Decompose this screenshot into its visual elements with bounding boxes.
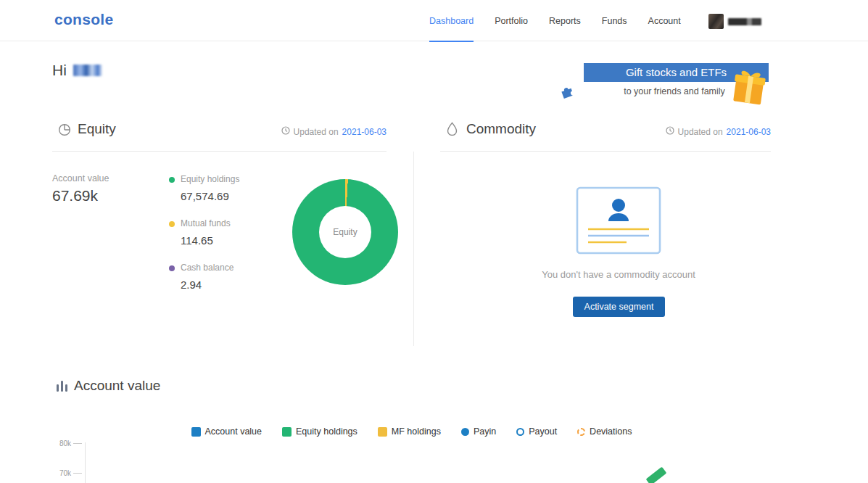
nav-dashboard[interactable]: Dashboard <box>429 0 474 42</box>
chart-legend-payout[interactable]: Payout <box>516 426 557 437</box>
commodity-updated-label: Updated on <box>678 127 723 137</box>
green-dot-icon <box>169 177 175 183</box>
activate-segment-button[interactable]: Activate segment <box>573 297 665 317</box>
chart-legend-mf-holdings[interactable]: MF holdings <box>378 426 441 437</box>
dashed-circle-icon <box>577 428 585 436</box>
outline-circle-icon <box>516 428 524 436</box>
chart-legend-account-value[interactable]: Account value <box>191 426 263 437</box>
pie-chart-icon <box>58 123 71 139</box>
commodity-updated: Updated on 2021-06-03 <box>666 126 771 137</box>
console-logo[interactable]: console <box>54 11 113 28</box>
nav-account[interactable]: Account <box>648 0 681 42</box>
id-card-illustration <box>576 186 661 257</box>
equity-updated-label: Updated on <box>294 127 339 137</box>
partial-green-chart-element <box>646 467 667 483</box>
greeting-text: Hi <box>52 62 67 79</box>
equity-divider <box>52 151 387 152</box>
account-value-label: Account value <box>52 173 109 183</box>
gift-icon <box>729 67 769 110</box>
commodity-empty-text: You don't have a commodity account <box>474 269 764 280</box>
greeting: Hi <box>52 62 102 79</box>
chart-legend: Account value Equity holdings MF holding… <box>52 426 771 437</box>
equity-updated-date[interactable]: 2021-06-03 <box>342 127 387 137</box>
commodity-updated-date[interactable]: 2021-06-03 <box>727 127 771 137</box>
puzzle-icon <box>558 83 576 104</box>
chart-legend-deviations[interactable]: Deviations <box>577 426 632 437</box>
clock-icon <box>281 126 290 137</box>
y-tick-80k: 80k <box>52 439 71 447</box>
equity-section-title: Equity <box>78 121 116 137</box>
yellow-dot-icon <box>169 221 175 227</box>
header: console Dashboard Portfolio Reports Fund… <box>0 0 868 41</box>
filled-circle-icon <box>461 428 469 436</box>
user-avatar[interactable] <box>708 14 724 29</box>
nav-portfolio[interactable]: Portfolio <box>495 0 528 42</box>
user-name-redacted[interactable] <box>728 18 761 25</box>
commodity-section-title: Commodity <box>466 121 536 137</box>
y-tick-mark <box>73 443 82 444</box>
column-divider <box>413 152 414 346</box>
legend-equity-holdings[interactable]: Equity holdings 67,574.69 <box>181 174 239 202</box>
blue-square-icon <box>191 427 201 437</box>
droplet-icon <box>447 122 458 139</box>
nav-funds[interactable]: Funds <box>602 0 627 42</box>
chart-y-axis <box>85 442 86 483</box>
y-tick-70k: 70k <box>52 469 71 477</box>
console-dashboard-page: console Dashboard Portfolio Reports Fund… <box>0 0 868 483</box>
green-square-icon <box>282 427 292 437</box>
account-value: 67.69k <box>52 187 98 205</box>
nav-reports[interactable]: Reports <box>549 0 581 42</box>
chart-legend-payin[interactable]: Payin <box>461 426 496 437</box>
equity-updated: Updated on 2021-06-03 <box>281 126 387 137</box>
greeting-name-redacted <box>73 65 102 76</box>
clock-icon <box>666 126 674 137</box>
commodity-divider <box>440 151 771 152</box>
yellow-square-icon <box>378 427 387 437</box>
donut-hole: Equity <box>319 206 371 258</box>
legend-cash-balance[interactable]: Cash balance 2.94 <box>181 263 233 291</box>
y-tick-mark <box>73 473 82 474</box>
bar-chart-icon <box>56 380 68 395</box>
equity-donut-chart[interactable]: Equity <box>292 179 398 285</box>
legend-mutual-funds[interactable]: Mutual funds 114.65 <box>181 218 231 247</box>
donut-center-label: Equity <box>333 227 357 237</box>
purple-dot-icon <box>169 265 175 271</box>
chart-legend-equity-holdings[interactable]: Equity holdings <box>282 426 357 437</box>
account-value-section-title: Account value <box>74 378 160 394</box>
main-nav: Dashboard Portfolio Reports Funds Accoun… <box>429 0 681 42</box>
